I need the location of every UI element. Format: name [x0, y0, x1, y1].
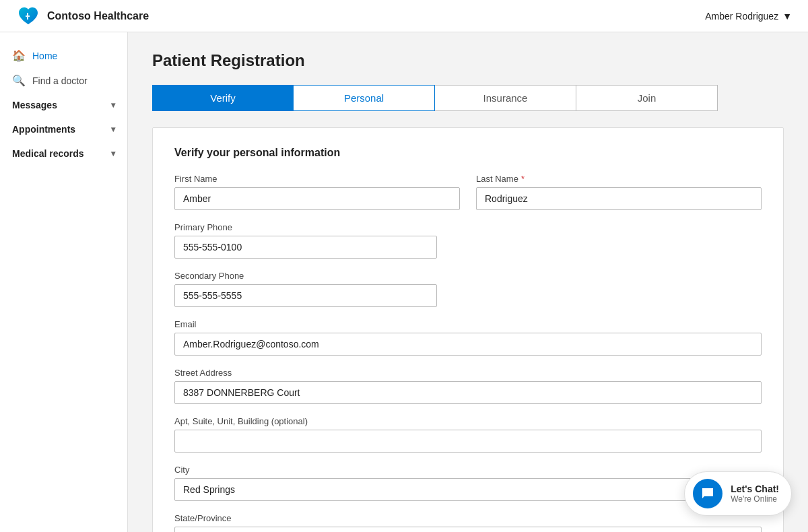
find-doctor-icon: 🔍 — [12, 74, 26, 87]
first-name-input[interactable] — [174, 187, 460, 210]
street-address-label: Street Address — [174, 368, 762, 378]
email-input[interactable] — [174, 333, 762, 356]
street-address-input[interactable] — [174, 381, 762, 404]
form-section-title: Verify your personal information — [174, 147, 762, 159]
sidebar-group-medical-records[interactable]: Medical records ▾ — [0, 141, 127, 166]
messages-label: Messages — [12, 100, 57, 110]
apt-group: Apt, Suite, Unit, Building (optional) — [174, 416, 762, 453]
main-content: Patient Registration Verify Personal Ins… — [128, 32, 808, 532]
tab-personal[interactable]: Personal — [294, 85, 435, 111]
first-name-group: First Name — [174, 174, 460, 210]
sidebar-item-find-doctor-label: Find a doctor — [32, 75, 88, 86]
city-label: City — [174, 465, 762, 475]
primary-phone-label: Primary Phone — [174, 222, 437, 232]
registration-tabs: Verify Personal Insurance Join — [152, 85, 784, 111]
primary-phone-group: Primary Phone — [174, 222, 437, 259]
secondary-phone-group: Secondary Phone — [174, 271, 437, 307]
last-name-required: * — [521, 174, 525, 184]
name-row: First Name Last Name* — [174, 174, 762, 210]
app-header: Contoso Healthcare Amber Rodriguez ▼ — [0, 0, 808, 32]
street-address-row: Street Address — [174, 368, 762, 404]
state-input[interactable] — [174, 527, 762, 532]
city-group: City — [174, 465, 762, 501]
secondary-phone-row: Secondary Phone — [174, 271, 762, 307]
messages-chevron-icon: ▾ — [111, 100, 115, 110]
app-layout: 🏠 Home 🔍 Find a doctor Messages ▾ Appoin… — [0, 32, 808, 532]
chat-widget[interactable]: Let's Chat! We're Online — [684, 471, 792, 516]
tab-verify[interactable]: Verify — [152, 85, 294, 111]
street-address-group: Street Address — [174, 368, 762, 404]
email-label: Email — [174, 319, 762, 329]
email-row: Email — [174, 319, 762, 356]
chat-title: Let's Chat! — [731, 484, 779, 494]
chat-icon — [693, 479, 722, 508]
home-icon: 🏠 — [12, 49, 26, 62]
apt-input[interactable] — [174, 430, 762, 453]
city-row: City — [174, 465, 762, 501]
brand-logo: Contoso Healthcare — [16, 4, 149, 28]
primary-phone-input[interactable] — [174, 236, 437, 259]
sidebar-group-messages[interactable]: Messages ▾ — [0, 93, 127, 117]
registration-form: Verify your personal information First N… — [152, 127, 784, 532]
appointments-label: Appointments — [12, 124, 75, 135]
apt-label: Apt, Suite, Unit, Building (optional) — [174, 416, 762, 426]
sidebar-item-home-label: Home — [32, 51, 57, 61]
tab-insurance[interactable]: Insurance — [435, 85, 576, 111]
medical-records-label: Medical records — [12, 148, 84, 159]
state-group: State/Province — [174, 513, 762, 532]
primary-phone-row: Primary Phone — [174, 222, 762, 259]
chat-status: We're Online — [731, 494, 779, 504]
state-row: State/Province — [174, 513, 762, 532]
last-name-input[interactable] — [476, 187, 762, 210]
sidebar-item-home[interactable]: 🏠 Home — [0, 43, 127, 68]
apt-row: Apt, Suite, Unit, Building (optional) — [174, 416, 762, 453]
user-menu[interactable]: Amber Rodriguez ▼ — [705, 11, 792, 22]
page-title: Patient Registration — [152, 51, 784, 70]
logo-icon — [16, 4, 40, 28]
sidebar: 🏠 Home 🔍 Find a doctor Messages ▾ Appoin… — [0, 32, 128, 532]
first-name-label: First Name — [174, 174, 460, 184]
email-group: Email — [174, 319, 762, 356]
appointments-chevron-icon: ▾ — [111, 125, 115, 134]
brand-name: Contoso Healthcare — [47, 10, 149, 22]
user-name: Amber Rodriguez — [705, 11, 778, 22]
secondary-phone-input[interactable] — [174, 284, 437, 307]
secondary-phone-label: Secondary Phone — [174, 271, 437, 281]
chat-bubble-icon — [700, 486, 716, 502]
state-label: State/Province — [174, 513, 762, 523]
sidebar-item-find-doctor[interactable]: 🔍 Find a doctor — [0, 68, 127, 93]
city-input[interactable] — [174, 478, 762, 501]
medical-records-chevron-icon: ▾ — [111, 149, 115, 158]
sidebar-group-appointments[interactable]: Appointments ▾ — [0, 117, 127, 141]
last-name-label: Last Name* — [476, 174, 762, 184]
user-dropdown-icon: ▼ — [782, 11, 792, 22]
tab-join[interactable]: Join — [576, 85, 718, 111]
chat-text-block: Let's Chat! We're Online — [731, 484, 779, 504]
last-name-group: Last Name* — [476, 174, 762, 210]
